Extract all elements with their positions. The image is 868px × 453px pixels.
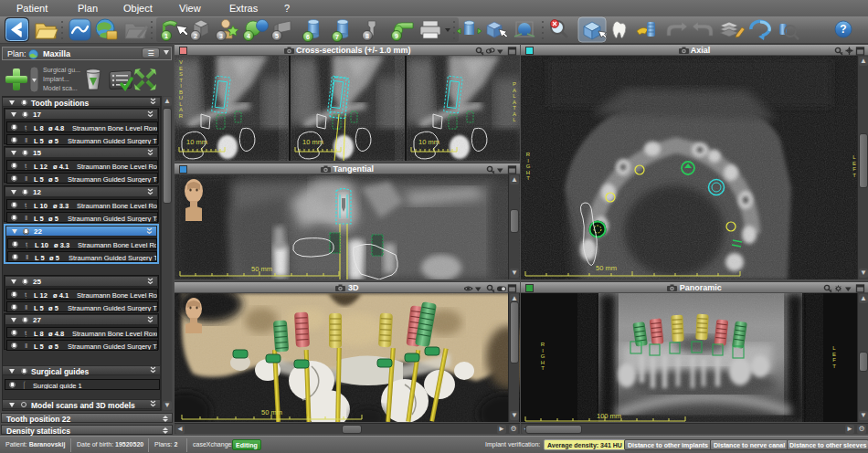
svg-text:5: 5 [275,33,279,39]
svg-text:8: 8 [365,33,369,39]
svg-text:9: 9 [395,33,398,39]
svg-text:4: 4 [247,33,250,39]
svg-text:?: ? [840,23,846,36]
svg-text:6: 6 [306,34,310,40]
svg-text:50 mm: 50 mm [251,265,272,273]
svg-text:3: 3 [219,33,223,39]
svg-text:100 mm: 100 mm [597,412,621,420]
svg-text:2: 2 [194,33,197,39]
svg-text:Model sca...: Model sca... [43,85,78,91]
svg-text:7: 7 [335,34,339,40]
svg-text:1: 1 [164,33,168,39]
svg-text:Implant...: Implant... [43,76,69,83]
svg-text:Surgical gu...: Surgical gu... [43,67,80,74]
svg-text:50 mm: 50 mm [596,264,617,272]
